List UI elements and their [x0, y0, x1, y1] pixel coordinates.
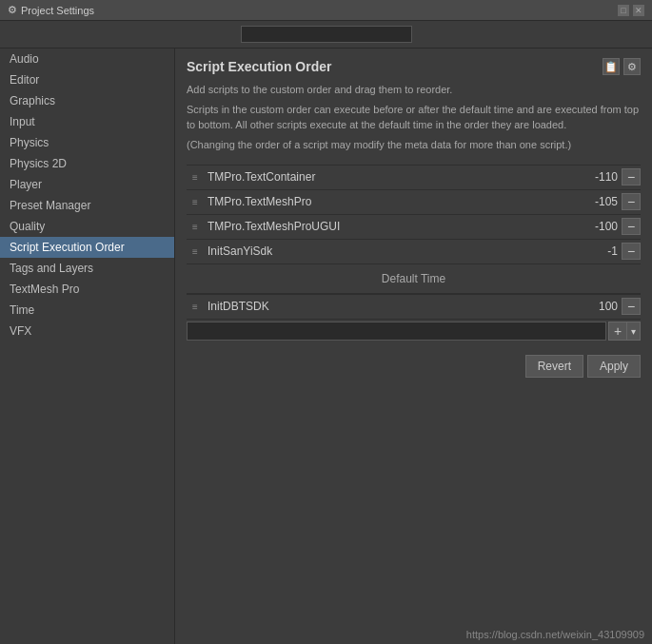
sidebar-item-physics-2d[interactable]: Physics 2D [0, 153, 174, 174]
script-name: TMPro.TextContainer [204, 170, 564, 184]
sidebar-item-audio[interactable]: Audio [0, 49, 174, 69]
table-row: ≡TMPro.TextMeshProUGUI-100− [187, 214, 641, 239]
header-icons: 📋 ⚙ [603, 58, 641, 75]
script-name: TMPro.TextMeshPro [204, 195, 564, 208]
script-value: -105 [564, 195, 622, 208]
drag-handle-icon[interactable]: ≡ [187, 302, 204, 312]
description-2: Scripts in the custom order can execute … [187, 103, 641, 132]
title-bar-text: Project Settings [21, 5, 94, 16]
title-bar-controls: □ ✕ [618, 5, 644, 16]
sidebar: AudioEditorGraphicsInputPhysicsPhysics 2… [0, 49, 175, 644]
sidebar-item-script-execution-order[interactable]: Script Execution Order [0, 237, 174, 258]
add-script-button[interactable]: + [608, 322, 627, 341]
remove-script-button[interactable]: − [622, 218, 641, 235]
add-button-group: + ▾ [608, 322, 641, 341]
sidebar-item-tags-and-layers[interactable]: Tags and Layers [0, 258, 174, 279]
script-value: -100 [564, 220, 622, 233]
below-default-scripts: ≡InitDBTSDK100− [187, 294, 641, 319]
table-row: ≡InitSanYiSdk-1− [187, 239, 641, 263]
sidebar-item-vfx[interactable]: VFX [0, 321, 174, 342]
revert-button[interactable]: Revert [525, 355, 583, 378]
sidebar-item-preset-manager[interactable]: Preset Manager [0, 195, 174, 216]
script-value: 100 [564, 300, 622, 313]
settings-icon: ⚙ [8, 4, 17, 16]
sidebar-item-textmesh-pro[interactable]: TextMesh Pro [0, 279, 174, 300]
sidebar-item-input[interactable]: Input [0, 111, 174, 132]
default-time-divider: Default Time [187, 263, 641, 294]
sidebar-item-editor[interactable]: Editor [0, 69, 174, 90]
remove-script-button[interactable]: − [622, 193, 641, 210]
page-header: Script Execution Order 📋 ⚙ [187, 58, 641, 75]
table-row: ≡TMPro.TextContainer-110− [187, 165, 641, 189]
table-row: ≡InitDBTSDK100− [187, 294, 641, 319]
drag-handle-icon[interactable]: ≡ [187, 197, 204, 207]
description-1: Add scripts to the custom order and drag… [187, 83, 641, 97]
sidebar-item-graphics[interactable]: Graphics [0, 90, 174, 111]
apply-button[interactable]: Apply [587, 355, 641, 378]
copy-icon-button[interactable]: 📋 [603, 58, 620, 75]
sidebar-item-player[interactable]: Player [0, 174, 174, 195]
custom-order-scripts: ≡TMPro.TextContainer-110−≡TMPro.TextMesh… [187, 165, 641, 263]
action-buttons: Revert Apply [187, 355, 641, 378]
footer-url: https://blog.csdn.net/weixin_43109909 [466, 629, 644, 640]
new-script-input-row: + ▾ [187, 319, 641, 343]
table-row: ≡TMPro.TextMeshPro-105− [187, 189, 641, 214]
minimize-button[interactable]: □ [618, 5, 629, 16]
main-layout: AudioEditorGraphicsInputPhysicsPhysics 2… [0, 49, 652, 644]
add-dropdown-button[interactable]: ▾ [627, 322, 641, 341]
close-button[interactable]: ✕ [633, 5, 644, 16]
default-time-label: Default Time [382, 272, 445, 285]
search-input[interactable] [241, 26, 412, 43]
script-name: TMPro.TextMeshProUGUI [204, 220, 564, 233]
script-value: -110 [564, 170, 622, 184]
script-name: InitDBTSDK [204, 300, 564, 313]
page-title: Script Execution Order [187, 59, 603, 74]
title-bar: ⚙ Project Settings □ ✕ [0, 0, 652, 21]
drag-handle-icon[interactable]: ≡ [187, 172, 204, 183]
script-name: InitSanYiSdk [204, 244, 564, 258]
remove-script-button[interactable]: − [622, 168, 641, 185]
content-area: Script Execution Order 📋 ⚙ Add scripts t… [175, 49, 652, 644]
sidebar-item-physics[interactable]: Physics [0, 132, 174, 153]
drag-handle-icon[interactable]: ≡ [187, 222, 204, 232]
sidebar-item-quality[interactable]: Quality [0, 216, 174, 237]
sidebar-item-time[interactable]: Time [0, 300, 174, 321]
remove-script-button[interactable]: − [622, 298, 641, 315]
search-bar [0, 21, 652, 49]
remove-script-button[interactable]: − [622, 243, 641, 260]
new-script-input[interactable] [187, 322, 606, 341]
script-value: -1 [564, 244, 622, 258]
description-3: (Changing the order of a script may modi… [187, 138, 641, 152]
footer: https://blog.csdn.net/weixin_43109909 [459, 625, 652, 644]
gear-icon-button[interactable]: ⚙ [623, 58, 641, 75]
drag-handle-icon[interactable]: ≡ [187, 246, 204, 257]
